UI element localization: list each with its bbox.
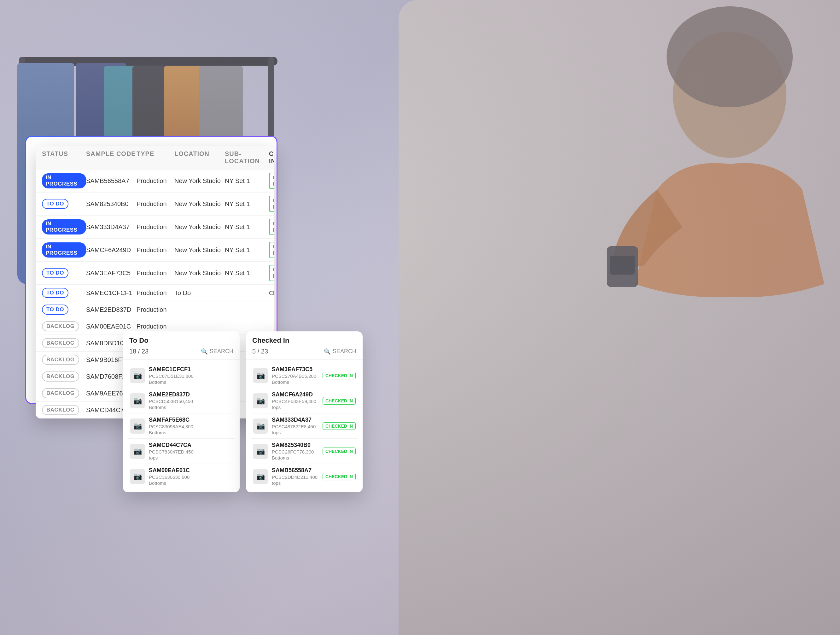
table-row[interactable]: TO DO SAME2ED837D Production [36,301,274,318]
item-badge-container: CHECKED IN [322,473,356,480]
status-badge: BACKLOG [42,321,79,331]
todo-items-list: 📷 SAMEC1CFCF1 PCSC87D51E31,800 Bottoms 📷… [123,360,240,492]
item-sub: PCSC783047ED,450 [149,449,233,454]
todo-list-item[interactable]: 📷 SAM9B016F7C PCSC35331132,500 Bottoms [128,489,235,492]
item-thumbnail: 📷 [253,393,268,409]
item-badge-container: CHECKED IN [322,422,356,430]
todo-list-item[interactable]: 📷 SAMCD44C7CA PCSC783047ED,450 tops [128,439,235,464]
checked-in-text: Checked In [269,290,274,296]
checked-in-list-item[interactable]: 📷 SAM333D4A37 PCSC487822E8,450 tops CHEC… [251,413,358,439]
status-badge: TO DO [42,199,68,209]
cell-status: IN PROGRESS [42,242,86,258]
table-row[interactable]: TO DO SAM3EAF73C5 Production New York St… [36,261,274,285]
camera-icon: 📷 [256,422,265,430]
cell-code: SAMB56558A7 [86,177,137,185]
item-thumbnail: 📷 [130,469,145,484]
todo-count: 18 / 23 [129,348,148,355]
cell-checked-in: CHECKED IN [269,242,274,258]
item-thumbnail: 📷 [253,444,268,459]
cell-location: New York Studio [174,269,225,277]
todo-search-button[interactable]: 🔍 SEARCH [201,348,233,355]
item-info: SAM3EAF73C5 PCSC270A4B05,200 Bottoms [272,366,319,385]
item-code: SAM00EAE01C [149,467,233,474]
table-row[interactable]: IN PROGRESS SAM333D4A37 Production New Y… [36,215,274,239]
checked-in-search-button[interactable]: 🔍 SEARCH [324,348,356,355]
svg-rect-3 [610,256,635,275]
checked-in-list-item[interactable]: 📷 SAM825340B0 PCSC26FCF78,300 Bottoms CH… [251,439,358,464]
item-sub: PCSC487822E8,450 [272,424,319,429]
cell-sublocation: NY Set 1 [225,177,269,185]
item-sub: PCSC270A4B05,200 [272,374,319,379]
camera-icon: 📷 [256,397,265,405]
status-badge: TO DO [42,288,68,298]
checked-in-list-item[interactable]: 📷 SAM3EAF73C5 PCSC270A4B05,200 Bottoms C… [251,363,358,388]
cell-status: IN PROGRESS [42,219,86,234]
item-sub: PCSC26FCF78,300 [272,449,319,454]
cell-status: BACKLOG [42,355,86,365]
cell-checked-in: CHECKED IN [269,196,274,212]
cell-sublocation: NY Set 1 [225,269,269,277]
item-thumbnail: 📷 [130,444,145,459]
checked-in-list-item[interactable]: 📷 SAMB56558A7 PCSC2DD4D211,400 tops CHEC… [251,464,358,489]
todo-list-item[interactable]: 📷 SAMEC1CFCF1 PCSC87D51E31,800 Bottoms [128,363,235,388]
cell-status: BACKLOG [42,372,86,382]
cell-status: TO DO [42,199,86,209]
item-info: SAMEC1CFCF1 PCSC87D51E31,800 Bottoms [149,366,233,385]
todo-panel-title: To Do [129,336,233,345]
cell-code: SAM333D4A37 [86,223,137,231]
svg-point-1 [666,6,793,107]
item-badge-container: CHECKED IN [322,448,356,455]
checked-in-list-item[interactable]: 📷 SAMCF6A249D PCSC4E533E59,400 tops CHEC… [251,388,358,413]
cell-code: SAMCF6A249D [86,247,137,254]
todo-panel: To Do 18 / 23 🔍 SEARCH 📷 SAMEC1CFCF1 PCS… [123,331,240,492]
item-type: Bottoms [149,430,233,435]
item-badge-container: CHECKED IN [322,397,356,405]
table-row[interactable]: TO DO SAM825340B0 Production New York St… [36,193,274,215]
item-thumbnail: 📷 [253,418,268,434]
todo-panel-header: To Do 18 / 23 🔍 SEARCH [123,331,240,360]
item-info: SAME2ED837D PCSCD5538150,450 Bottoms [149,391,233,410]
checked-in-items-list: 📷 SAM3EAF73C5 PCSC270A4B05,200 Bottoms C… [246,360,363,492]
table-row[interactable]: IN PROGRESS SAMB56558A7 Production New Y… [36,169,274,193]
item-sub: PCSC87D51E31,800 [149,374,233,379]
status-badge: BACKLOG [42,405,79,415]
todo-search-row: 18 / 23 🔍 SEARCH [129,348,233,355]
item-info: SAMB56558A7 PCSC2DD4D211,400 tops [272,467,319,486]
cell-checked-in: CHECKED IN [269,173,274,189]
cell-type: Production [137,223,174,231]
item-info: SAM825340B0 PCSC26FCF78,300 Bottoms [272,442,319,461]
col-sublocation: SUB-LOCATION [225,150,269,165]
col-location: LOCATION [174,150,225,165]
table-row[interactable]: IN PROGRESS SAMCF6A249D Production New Y… [36,239,274,261]
camera-icon: 📷 [133,447,142,455]
checked-in-badge: CHECKED IN [269,242,274,258]
item-info: SAM00EAE01C PCSC3630630,600 Bottoms [149,467,233,486]
status-badge: TO DO [42,268,68,278]
checked-in-item-badge: CHECKED IN [322,397,356,405]
cell-code: SAM3EAF73C5 [86,269,137,277]
todo-list-item[interactable]: 📷 SAM00EAE01C PCSC3630630,600 Bottoms [128,464,235,489]
cell-type: Production [137,177,174,185]
item-thumbnail: 📷 [253,469,268,484]
item-badge-container: CHECKED IN [322,372,356,379]
checked-in-badge: CHECKED IN [269,265,274,281]
item-type: Bottoms [149,405,233,410]
checked-in-item-badge: CHECKED IN [322,372,356,379]
todo-list-item[interactable]: 📷 SAME2ED837D PCSCD5538150,450 Bottoms [128,388,235,413]
item-info: SAMCD44C7CA PCSC783047ED,450 tops [149,442,233,461]
item-code: SAM825340B0 [272,442,319,448]
camera-icon: 📷 [256,447,265,455]
checked-in-badge: CHECKED IN [269,173,274,189]
col-type: TYPE [137,150,174,165]
cell-location: New York Studio [174,247,225,254]
checked-in-badge: CHECKED IN [269,196,274,212]
cell-status: TO DO [42,268,86,278]
item-type: Bottoms [272,455,319,461]
todo-list-item[interactable]: 📷 SAMFAF5E68C PCSC83098AE4,300 Bottoms [128,413,235,439]
cell-type: Production [137,290,174,297]
cell-code: SAM825340B0 [86,200,137,207]
item-type: tops [149,455,233,461]
cell-code: SAME2ED837D [86,306,137,314]
table-row[interactable]: TO DO SAMEC1CFCF1 Production To Do Check… [36,285,274,301]
status-badge: BACKLOG [42,372,79,382]
